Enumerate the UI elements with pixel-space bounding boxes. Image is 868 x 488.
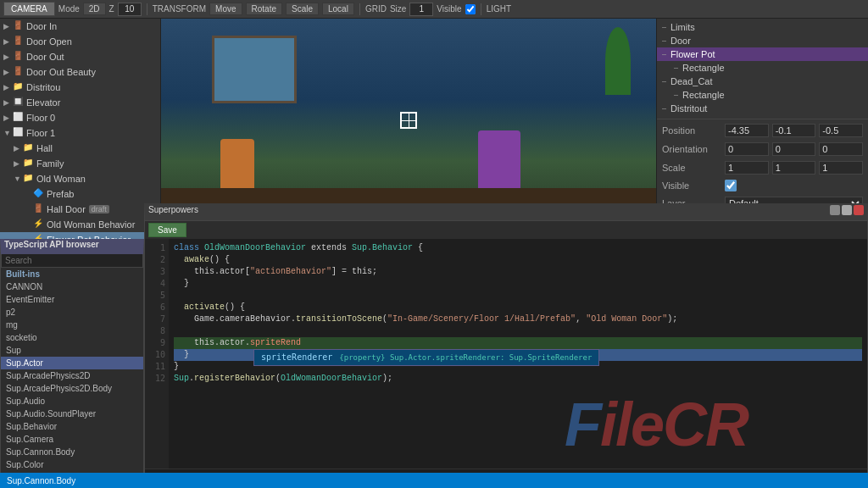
prop-tree-distritout[interactable]: –Distritout — [657, 102, 868, 115]
ts-api-list: Built-insCANNONEventEmitterp2mgsocketioS… — [1, 268, 143, 482]
local-btn[interactable]: Local — [322, 3, 354, 15]
tree-item-door-out[interactable]: ▶🚪Door Out — [0, 49, 160, 64]
tree-item-floor-1[interactable]: ▼⬜Floor 1 — [0, 125, 160, 141]
mode-label: Mode — [58, 4, 80, 14]
ts-item-sup-camera[interactable]: Sup.Camera — [1, 433, 143, 446]
tree-label-door-out-beauty: Door Out Beauty — [26, 67, 96, 77]
line-num-3: 3 — [145, 266, 169, 278]
prop-tree-door[interactable]: –Door — [657, 34, 868, 47]
maximize-btn[interactable] — [842, 205, 852, 215]
prop-tree-flower-pot[interactable]: –Flower Pot — [657, 47, 868, 61]
ts-item-built-ins[interactable]: Built-ins — [1, 268, 143, 280]
ts-item-sup-audio-soundplayer[interactable]: Sup.Audio.SoundPlayer — [1, 408, 143, 420]
orientation-row: Orientation — [657, 140, 868, 158]
tree-icon-folder: 📁 — [12, 81, 24, 93]
ts-item-p2[interactable]: p2 — [1, 306, 143, 319]
ts-browser-title: TypeScript API browser — [4, 240, 99, 249]
ts-item-eventemitter[interactable]: EventEmitter — [1, 293, 143, 306]
tree-label-door-in: Door In — [26, 21, 57, 31]
visible-prop-checkbox[interactable] — [725, 180, 737, 191]
rotate-btn[interactable]: Rotate — [246, 3, 282, 15]
tree-item-family[interactable]: ▶📁Family — [0, 156, 160, 171]
viewport-bg — [161, 19, 656, 222]
ts-item-cannon[interactable]: CANNON — [1, 280, 143, 293]
ts-search-input[interactable] — [1, 254, 143, 268]
size-label: Size — [390, 4, 406, 14]
tree-label-elevator: Elevator — [26, 97, 60, 108]
code-editor-panel: Superpowers Save 123456789101112 class O… — [144, 203, 868, 488]
tree-item-floor-0[interactable]: ▶⬜Floor 0 — [0, 110, 160, 125]
visible-checkbox[interactable] — [465, 4, 476, 14]
scene-char1 — [220, 139, 254, 190]
ts-item-sup-cannon-body[interactable]: Sup.Cannon.Body — [1, 446, 143, 458]
tree-icon-elevator: 🔲 — [12, 97, 24, 108]
pos-z[interactable] — [819, 124, 863, 137]
sep2 — [359, 3, 360, 15]
tree-item-old-woman[interactable]: ▼📁Old Woman — [0, 171, 160, 186]
ts-item-sup-audio[interactable]: Sup.Audio — [1, 395, 143, 408]
pos-y[interactable] — [772, 124, 816, 137]
tree-label-old-woman-behavior: Old Woman Behavior — [47, 219, 135, 230]
scale-x[interactable] — [725, 161, 769, 175]
save-button[interactable]: Save — [148, 223, 186, 237]
ts-item-sup-behavior[interactable]: Sup.Behavior — [1, 420, 143, 433]
tree-label-hall-door: Hall Door — [47, 204, 86, 214]
ori-x[interactable] — [725, 142, 769, 156]
ori-y[interactable] — [772, 142, 816, 156]
line-num-11: 11 — [145, 361, 169, 373]
tree-item-old-woman-behavior[interactable]: ⚡Old Woman Behavior — [0, 217, 160, 232]
line-num-2: 2 — [145, 254, 169, 266]
ts-item-mg[interactable]: mg — [1, 319, 143, 331]
tree-item-door-in[interactable]: ▶🚪Door In — [0, 19, 160, 34]
move-btn[interactable]: Move — [209, 3, 242, 15]
ts-item-socketio[interactable]: socketio — [1, 331, 143, 344]
size-input[interactable] — [409, 3, 433, 16]
tree-item-door-open[interactable]: ▶🚪Door Open — [0, 34, 160, 49]
ts-item-sup-color[interactable]: Sup.Color — [1, 458, 143, 471]
draft-badge: draft — [89, 205, 109, 214]
tree-label-distritou: Distritou — [26, 82, 60, 92]
z-input[interactable] — [118, 3, 142, 16]
ts-item-sup-actor[interactable]: Sup.Actor — [1, 357, 143, 369]
ts-item-sup-arcadephysics2d-body[interactable]: Sup.ArcadePhysics2D.Body — [1, 382, 143, 395]
tree-item-elevator[interactable]: ▶🔲Elevator — [0, 95, 160, 110]
prop-divider — [657, 119, 868, 119]
line-num-9: 9 — [145, 337, 169, 349]
prop-tree-rectangle[interactable]: –Rectangle — [657, 61, 868, 75]
tree-icon-door: 🚪 — [12, 36, 24, 47]
minimize-btn[interactable] — [830, 205, 840, 215]
tree-label-door-open: Door Open — [26, 36, 72, 47]
tree-item-door-out-beauty[interactable]: ▶🚪Door Out Beauty — [0, 64, 160, 80]
save-bar: Save — [145, 220, 867, 239]
pos-x[interactable] — [725, 124, 769, 137]
scene-plant — [605, 27, 631, 95]
prop-tree-dead_cat[interactable]: –Dead_Cat — [657, 75, 868, 88]
ori-z[interactable] — [819, 142, 863, 156]
scale-z[interactable] — [819, 161, 863, 175]
line-numbers: 123456789101112 — [145, 239, 169, 469]
autocomplete-popup[interactable]: spriteRenderer{property} Sup.Actor.sprit… — [253, 349, 599, 366]
code-line-8 — [174, 325, 862, 337]
code-line-4: } — [174, 278, 862, 290]
ts-item-sup[interactable]: Sup — [1, 344, 143, 357]
autocomplete-item[interactable]: spriteRenderer{property} Sup.Actor.sprit… — [254, 350, 598, 365]
tree-item-hall-door[interactable]: 🚪Hall Doordraft — [0, 202, 160, 217]
line-num-6: 6 — [145, 302, 169, 313]
tree-item-distritou[interactable]: ▶📁Distritou — [0, 80, 160, 95]
mode-2d[interactable]: 2D — [83, 3, 106, 15]
close-btn[interactable] — [854, 205, 864, 215]
tree-item-prefab[interactable]: 🔷Prefab — [0, 186, 160, 202]
code-lines[interactable]: class OldWomanDoorBehavior extends Sup.B… — [169, 239, 867, 469]
tree-item-hall[interactable]: ▶📁Hall — [0, 141, 160, 156]
code-line-12: Sup.registerBehavior(OldWomanDoorBehavio… — [174, 373, 862, 385]
prop-label-rectangle: Rectangle — [682, 63, 725, 73]
scale-btn[interactable]: Scale — [286, 3, 319, 15]
code-line-2: awake() { — [174, 254, 862, 266]
scale-y[interactable] — [772, 161, 816, 175]
tree-icon-floor: ⬜ — [12, 112, 24, 124]
position-row: Position — [657, 121, 868, 140]
prop-tree-rectangle[interactable]: –Rectangle — [657, 88, 868, 102]
ts-item-sup-arcadephysics2d[interactable]: Sup.ArcadePhysics2D — [1, 369, 143, 382]
tree-icon-door: 🚪 — [12, 51, 24, 63]
prop-tree-limits[interactable]: –Limits — [657, 20, 868, 34]
